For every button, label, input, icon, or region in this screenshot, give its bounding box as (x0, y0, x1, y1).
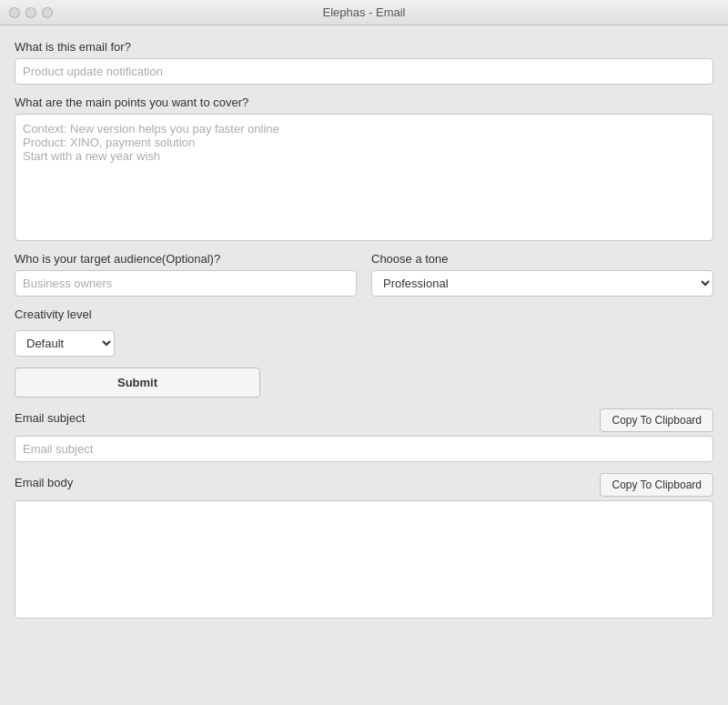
email-subject-label: Email subject (15, 411, 85, 425)
main-points-label: What are the main points you want to cov… (15, 96, 713, 109)
copy-body-button[interactable]: Copy To Clipboard (600, 473, 713, 497)
copy-subject-button[interactable]: Copy To Clipboard (600, 408, 713, 432)
target-audience-input[interactable] (15, 270, 357, 297)
close-button[interactable] (9, 7, 20, 18)
email-purpose-field: What is this email for? (15, 40, 713, 85)
email-body-section: Email body Copy To Clipboard (15, 473, 713, 619)
main-points-input[interactable] (15, 114, 713, 241)
submit-button[interactable]: Submit (15, 368, 260, 398)
tone-select[interactable]: Professional Casual Formal Friendly Pers… (371, 270, 713, 297)
maximize-button[interactable] (42, 7, 53, 18)
creativity-label: Creativity level (15, 307, 713, 321)
creativity-select[interactable]: Default Low Medium High (15, 330, 115, 357)
email-purpose-input[interactable] (15, 58, 713, 85)
email-subject-output[interactable] (15, 436, 713, 462)
email-subject-header: Email subject Copy To Clipboard (15, 408, 713, 432)
target-audience-label: Who is your target audience(Optional)? (15, 252, 357, 266)
main-points-field: What are the main points you want to cov… (15, 96, 713, 241)
minimize-button[interactable] (25, 7, 36, 18)
title-bar: Elephas - Email (0, 0, 728, 25)
creativity-field: Creativity level Default Low Medium High (15, 307, 713, 357)
email-subject-section: Email subject Copy To Clipboard (15, 408, 713, 462)
window-controls (9, 7, 53, 18)
email-body-header: Email body Copy To Clipboard (15, 473, 713, 497)
target-audience-field: Who is your target audience(Optional)? (15, 252, 357, 297)
email-body-label: Email body (15, 476, 73, 489)
email-body-output[interactable] (15, 500, 713, 619)
email-purpose-label: What is this email for? (15, 40, 713, 54)
tone-field: Choose a tone Professional Casual Formal… (371, 252, 713, 297)
window-title: Elephas - Email (322, 5, 405, 19)
audience-tone-row: Who is your target audience(Optional)? C… (15, 252, 713, 297)
tone-label: Choose a tone (371, 252, 713, 266)
